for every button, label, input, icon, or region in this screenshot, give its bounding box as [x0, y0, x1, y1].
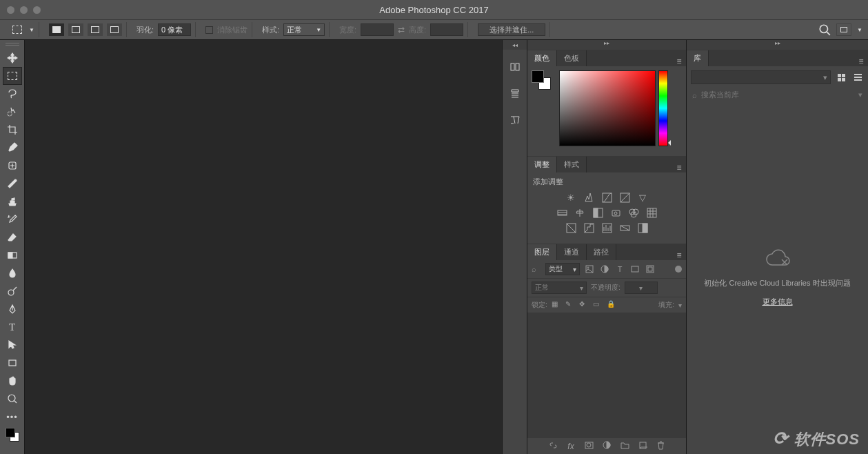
filter-toggle[interactable]	[675, 266, 682, 273]
library-column: ▸▸ 库 ≡ ▾ ⌕ 搜索当前库 ▾ 初始化 Creative Cloud Li…	[687, 40, 868, 454]
hue-sat-icon[interactable]	[556, 206, 568, 219]
chevron-down-icon[interactable]: ▼	[857, 27, 862, 33]
feather-input[interactable]	[158, 23, 191, 36]
black-white-icon[interactable]	[592, 206, 604, 219]
tab-styles[interactable]: 样式	[557, 157, 587, 172]
brightness-contrast-icon[interactable]: ☀	[565, 191, 577, 204]
type-tool[interactable]: T	[3, 319, 21, 335]
vibrance-icon[interactable]: ▽	[636, 191, 649, 204]
tab-adjustments[interactable]: 调整	[527, 157, 557, 172]
eyedropper-tool[interactable]	[3, 139, 21, 156]
photo-filter-icon[interactable]	[609, 206, 622, 219]
healing-brush-tool[interactable]	[3, 157, 21, 174]
delete-layer-icon[interactable]	[656, 441, 665, 452]
eraser-tool[interactable]	[3, 229, 21, 246]
brush-tool[interactable]	[3, 175, 21, 192]
move-tool[interactable]	[3, 50, 21, 66]
history-brush-tool[interactable]	[3, 211, 21, 228]
history-panel-icon[interactable]	[506, 58, 524, 76]
gradient-tool[interactable]	[3, 247, 21, 264]
posterize-icon[interactable]	[583, 221, 595, 234]
selection-add-button[interactable]	[68, 23, 83, 36]
maximize-window-icon[interactable]	[33, 6, 41, 14]
zoom-tool[interactable]	[3, 391, 21, 407]
quick-select-tool[interactable]	[3, 103, 21, 120]
collapse-panels-icon[interactable]: ▸▸	[527, 40, 686, 46]
minimize-window-icon[interactable]	[20, 6, 28, 14]
lasso-tool[interactable]	[3, 86, 21, 102]
library-more-link[interactable]: 更多信息	[763, 297, 793, 307]
select-and-mask-button[interactable]: 选择并遮住...	[478, 23, 545, 36]
close-window-icon[interactable]	[7, 6, 14, 14]
tab-layers[interactable]: 图层	[527, 244, 557, 260]
layer-group-icon[interactable]	[620, 441, 629, 452]
curves-icon[interactable]	[600, 191, 613, 204]
selection-new-button[interactable]	[49, 23, 64, 36]
list-view-icon[interactable]	[851, 71, 864, 83]
link-layers-icon[interactable]	[548, 441, 558, 452]
threshold-icon[interactable]	[600, 221, 613, 234]
search-icon[interactable]	[818, 23, 831, 36]
style-select[interactable]: 正常▼	[283, 23, 325, 36]
filter-type-icon[interactable]: T	[614, 264, 625, 275]
clone-stamp-tool[interactable]	[3, 193, 21, 210]
path-select-tool[interactable]	[3, 337, 21, 353]
channel-mixer-icon[interactable]	[627, 206, 640, 219]
layer-fx-icon[interactable]: fx	[566, 442, 576, 451]
invert-icon[interactable]	[565, 221, 577, 234]
tab-library[interactable]: 库	[687, 50, 709, 66]
dodge-tool[interactable]	[3, 283, 21, 299]
crop-tool[interactable]	[3, 121, 21, 138]
selection-subtract-button[interactable]	[88, 23, 103, 36]
layer-search-icon[interactable]: ⌕	[532, 265, 541, 273]
color-field[interactable]	[559, 70, 656, 146]
edit-toolbar-icon[interactable]: •••	[3, 408, 21, 425]
tab-color[interactable]: 颜色	[527, 50, 557, 66]
character-panel-icon[interactable]	[506, 110, 524, 128]
tab-paths[interactable]: 路径	[587, 244, 616, 260]
color-swatch-pair[interactable]	[532, 70, 551, 90]
panel-menu-icon[interactable]: ≡	[672, 57, 686, 66]
tool-preset-picker[interactable]	[10, 23, 25, 36]
exposure-icon[interactable]	[618, 191, 631, 204]
svg-point-8	[8, 395, 15, 402]
svg-point-6	[8, 290, 14, 295]
hue-strip[interactable]	[658, 70, 668, 146]
adjustment-layer-icon[interactable]	[602, 441, 612, 452]
gradient-map-icon[interactable]	[618, 221, 631, 234]
color-swatches[interactable]	[3, 426, 21, 443]
expand-dock-icon[interactable]: ◂◂	[512, 42, 518, 48]
library-select[interactable]: ▾	[691, 70, 831, 84]
feather-label: 羽化:	[137, 25, 154, 35]
library-search-placeholder[interactable]: 搜索当前库	[701, 90, 854, 100]
panel-menu-icon[interactable]: ≡	[672, 163, 686, 172]
collapse-library-icon[interactable]: ▸▸	[687, 40, 868, 46]
blur-tool[interactable]	[3, 265, 21, 282]
hand-tool[interactable]	[3, 373, 21, 389]
chevron-down-icon[interactable]: ▼	[29, 27, 34, 33]
screen-mode-button[interactable]	[836, 23, 851, 36]
filter-smart-icon[interactable]	[645, 264, 656, 275]
chevron-down-icon[interactable]: ▾	[858, 90, 862, 99]
tab-channels[interactable]: 通道	[557, 244, 587, 260]
selective-color-icon[interactable]	[636, 221, 649, 234]
new-layer-icon[interactable]	[638, 441, 647, 452]
color-balance-icon[interactable]	[574, 206, 586, 219]
grid-view-icon[interactable]	[835, 71, 847, 83]
marquee-tool[interactable]	[3, 68, 21, 84]
filter-shape-icon[interactable]	[629, 264, 640, 275]
panel-menu-icon[interactable]: ≡	[854, 57, 868, 66]
layer-mask-icon[interactable]	[584, 441, 594, 452]
selection-intersect-button[interactable]	[107, 23, 122, 36]
panel-menu-icon[interactable]: ≡	[672, 250, 686, 260]
cloud-error-icon	[764, 248, 791, 269]
filter-adjust-icon[interactable]	[599, 264, 610, 275]
levels-icon[interactable]	[583, 191, 595, 204]
pen-tool[interactable]	[3, 301, 21, 317]
filter-pixel-icon[interactable]	[584, 264, 595, 275]
layer-filter-kind-select[interactable]: 类型▾	[545, 263, 580, 275]
color-lookup-icon[interactable]	[645, 206, 658, 219]
properties-panel-icon[interactable]	[506, 84, 524, 102]
tab-swatches[interactable]: 色板	[557, 50, 587, 66]
shape-tool[interactable]	[3, 355, 21, 371]
